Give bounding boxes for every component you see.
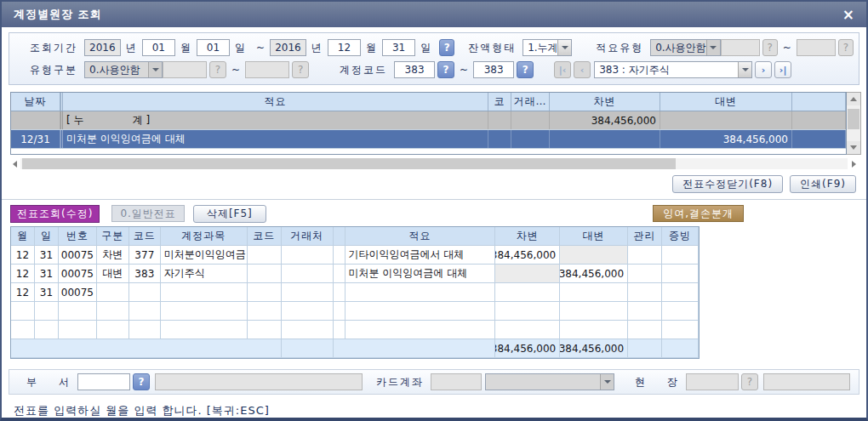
close-icon[interactable]: × [842, 8, 854, 22]
last-record-button[interactable]: ›| [774, 61, 791, 78]
type-to-field [245, 61, 289, 78]
day-label: 일 [235, 41, 246, 55]
from-month-field[interactable]: 01 [142, 39, 175, 56]
column-header-desc: 적요 [345, 227, 496, 245]
horizontal-scroll-track[interactable] [20, 158, 848, 169]
memo-from-help-button: ? [762, 39, 778, 56]
month-label: 월 [180, 41, 191, 55]
column-header-code: 코드 [129, 227, 161, 245]
slip-view-tab[interactable]: 전표조회(수정) [10, 205, 100, 223]
dropdown-arrow-icon[interactable] [738, 62, 751, 77]
column-header-code: 코 [488, 93, 511, 111]
slip-row[interactable]: 12 31 00075 차변 377 미처분이익잉여금 기타이익잉여금에서 대체… [11, 246, 699, 265]
department-help-button[interactable]: ? [133, 373, 150, 390]
slip-totals-row: 384,456,000 384,456,000 [11, 339, 699, 358]
type-to-help-button: ? [292, 61, 309, 78]
column-header-credit: 대변 [660, 93, 792, 111]
ledger-grid-body: 날짜 적요 코 거래… 차변 대변 [ 누 계 ] 384,456,000 12 [10, 92, 847, 155]
to-day-field[interactable]: 31 [382, 39, 415, 56]
tilde-label: ~ [783, 42, 791, 54]
tilde-label: ~ [256, 42, 265, 54]
date-help-button[interactable]: ? [439, 39, 454, 56]
status-message: 전표를 입력하실 월을 입력 합니다. [복귀:ESC] [14, 404, 270, 417]
dropdown-arrow-icon[interactable] [557, 40, 571, 55]
type-from-field [163, 61, 207, 78]
triangle-up-icon [850, 97, 857, 101]
slip-row[interactable]: 12 31 00075 대변 383 자기주식 미처분 이익잉여금에 대체 38… [11, 265, 699, 283]
close-slip-edit-button[interactable]: 전표수정닫기(F8) [672, 175, 783, 193]
account-to-help-button[interactable]: ? [517, 61, 534, 78]
filter-row-2: 유형구분 0.사용안함 ? ~ ? 계정코드 383 ? ~ 383 ? |‹ … [30, 59, 854, 81]
filter-row-1: 조회기간 2016 년 01 월 01 일 ~ 2016 년 12 월 31 일… [30, 37, 854, 59]
account-from-field[interactable]: 383 [394, 61, 435, 78]
scroll-right-button[interactable] [848, 157, 859, 170]
account-ledger-window: 계정별원장 조회 × 조회기간 2016 년 01 월 01 일 ~ 2016 … [0, 0, 868, 421]
column-header-date: 날짜 [11, 93, 60, 111]
slip-grid: 월 일 번호 구분 코드 계정과목 코드 거래처 적요 차변 대변 관리 증빙 … [10, 226, 700, 359]
column-header-filler [792, 93, 846, 111]
delete-button[interactable]: 삭제[F5] [193, 205, 266, 223]
next-record-button[interactable]: › [755, 61, 772, 78]
type-from-help-button: ? [209, 61, 226, 78]
account-combo[interactable]: 383 : 자기주식 [594, 61, 752, 78]
department-name-field [155, 373, 363, 390]
footer-field-bar: 부서 ? 카드계좌 현장 ? [9, 369, 859, 395]
department-field[interactable] [77, 373, 130, 390]
site-name-field [763, 373, 850, 390]
account-to-field[interactable]: 383 [473, 61, 514, 78]
column-header-month: 월 [11, 227, 35, 245]
slip-row[interactable] [11, 321, 699, 339]
account-code-label: 계정코드 [340, 63, 387, 77]
horizontal-scrollbar[interactable] [9, 157, 859, 170]
column-header-desc: 적요 [60, 93, 488, 111]
from-day-field[interactable]: 01 [197, 39, 230, 56]
section-divider [2, 199, 866, 200]
ledger-grid: 날짜 적요 코 거래… 차변 대변 [ 누 계 ] 384,456,000 12 [10, 92, 866, 155]
vertical-scrollbar[interactable] [847, 92, 861, 155]
slip-row[interactable] [11, 302, 699, 321]
scroll-down-button[interactable] [847, 141, 860, 154]
card-account-field [431, 373, 482, 390]
column-header-day: 일 [35, 227, 59, 245]
balance-type-label: 잔액형태 [468, 41, 516, 55]
cumulative-total-row[interactable]: [ 누 계 ] 384,456,000 [11, 111, 846, 130]
period-label: 조회기간 [30, 41, 77, 55]
balance-type-select[interactable]: 1.누계 [523, 39, 572, 56]
horizontal-scroll-thumb[interactable] [22, 158, 676, 169]
column-header-number: 번호 [59, 227, 97, 245]
tilde-label: ~ [231, 64, 240, 76]
ledger-row-selected[interactable]: 12/31 미처분 이익잉여금에 대체 384,456,000 [11, 130, 846, 149]
scroll-up-button[interactable] [847, 93, 860, 105]
column-header-type: 구분 [97, 227, 129, 245]
first-record-button: |‹ [554, 61, 571, 78]
slip-type-indicator: 0.일반전표 [111, 205, 184, 222]
dropdown-arrow-icon [600, 374, 614, 390]
column-header-partner: 거래… [511, 93, 550, 111]
memo-to-help-button: ? [838, 39, 854, 56]
total-credit: 384,456,000 [560, 339, 628, 357]
vertical-scroll-track[interactable] [847, 105, 860, 141]
column-header-mgmt: 관리 [628, 227, 662, 245]
month-label: 월 [366, 41, 377, 55]
slip-header-row: 월 일 번호 구분 코드 계정과목 코드 거래처 적요 차변 대변 관리 증빙 [11, 227, 699, 246]
day-label: 일 [420, 41, 431, 55]
filter-panel: 조회기간 2016 년 01 월 01 일 ~ 2016 년 12 월 31 일… [9, 32, 859, 85]
column-header-account: 계정과목 [161, 227, 248, 245]
memo-to-field [797, 39, 836, 56]
to-month-field[interactable]: 12 [328, 39, 361, 56]
site-help-button: ? [741, 373, 758, 390]
slip-row[interactable]: 12 31 00075 [11, 283, 699, 302]
print-button[interactable]: 인쇄(F9) [790, 175, 856, 193]
column-header-credit: 대변 [560, 227, 628, 245]
site-field [686, 373, 739, 390]
department-label: 부서 [26, 375, 69, 390]
action-button-row: 전표수정닫기(F8) 인쇄(F9) [12, 175, 856, 193]
account-from-help-button[interactable]: ? [437, 61, 454, 78]
surplus-deficit-button[interactable]: 잉여,결손분개 [653, 205, 744, 222]
scroll-left-button[interactable] [9, 157, 20, 170]
vertical-scroll-thumb[interactable] [848, 109, 859, 129]
to-year-field: 2016 [270, 39, 306, 56]
card-account-select [485, 373, 614, 390]
tilde-label: ~ [460, 64, 468, 76]
column-header-spacer [334, 227, 345, 245]
